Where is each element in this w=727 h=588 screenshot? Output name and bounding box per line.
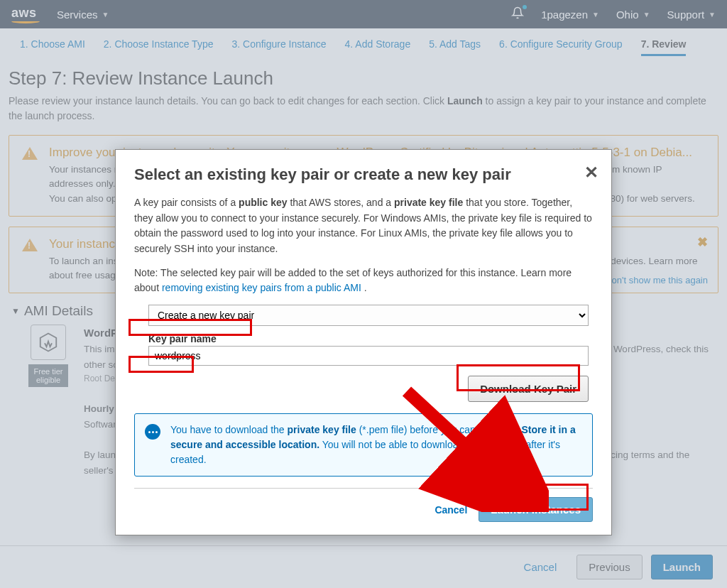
modal-overlay: ✕ Select an existing key pair or create … — [0, 0, 727, 588]
key-pair-name-label: Key pair name — [148, 333, 593, 344]
modal-cancel-button[interactable]: Cancel — [434, 504, 467, 516]
key-pair-form: Create a new key pair Key pair name Down… — [148, 305, 593, 402]
modal-description-2: Note: The selected key pair will be adde… — [134, 266, 593, 296]
modal-title: Select an existing key pair or create a … — [134, 165, 593, 184]
download-key-pair-button[interactable]: Download Key Pair — [468, 376, 589, 402]
key-pair-select[interactable]: Create a new key pair — [148, 305, 589, 326]
modal-description-1: A key pair consists of a public key that… — [134, 195, 593, 257]
remove-keypairs-link[interactable]: removing existing key pairs from a publi… — [162, 282, 361, 293]
download-info-box: You have to download the private key fil… — [134, 413, 593, 477]
key-pair-name-input[interactable] — [148, 346, 589, 366]
close-icon[interactable]: ✕ — [584, 163, 598, 183]
info-icon — [145, 424, 160, 440]
modal-actions: Cancel Launch Instances — [134, 497, 593, 522]
launch-instances-button[interactable]: Launch Instances — [479, 497, 593, 522]
key-pair-modal: ✕ Select an existing key pair or create … — [115, 149, 612, 535]
